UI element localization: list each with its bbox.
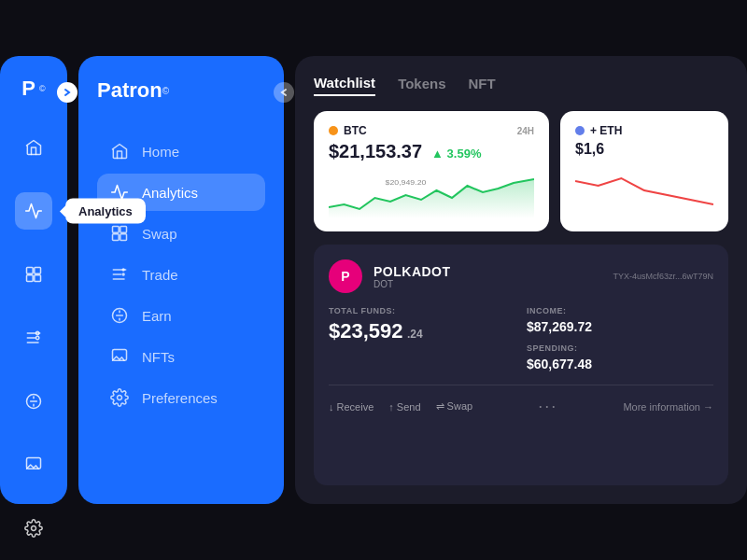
sidebar-item-earn[interactable]: Earn bbox=[97, 297, 265, 334]
btc-name-label: BTC bbox=[344, 124, 367, 137]
eth-card-header: + ETH bbox=[575, 124, 713, 137]
portfolio-card: P POLKADOT DOT TYX-4usMcf63zr...6wT79N T… bbox=[314, 245, 728, 485]
sidebar-expanded: Patron © Home Analytics Swap bbox=[78, 56, 284, 504]
sidebar-item-trade-collapsed[interactable] bbox=[15, 319, 52, 357]
sidebar-collapsed: P © Analytics bbox=[0, 56, 67, 504]
eth-mini-chart bbox=[575, 167, 713, 214]
svg-rect-13 bbox=[120, 227, 127, 233]
svg-rect-15 bbox=[120, 234, 127, 241]
expanded-logo: Patron © bbox=[97, 78, 265, 103]
svg-point-19 bbox=[122, 268, 125, 271]
svg-rect-3 bbox=[35, 275, 41, 282]
svg-rect-1 bbox=[35, 268, 41, 274]
sidebar-item-nfts[interactable]: NFTs bbox=[97, 338, 265, 375]
sidebar-item-analytics-label: Analytics bbox=[142, 185, 198, 201]
svg-text:$20,949.20: $20,949.20 bbox=[386, 177, 427, 187]
collapsed-nav: Analytics bbox=[15, 129, 52, 547]
sidebar-item-earn-collapsed[interactable] bbox=[15, 383, 52, 420]
income-spending-section: INCOME: $87,269.72 SPENDING: $60,677.48 bbox=[527, 306, 713, 371]
more-options-button[interactable]: ··· bbox=[538, 397, 557, 416]
total-funds-cents: .24 bbox=[407, 328, 423, 341]
btc-coin-name: BTC bbox=[329, 124, 367, 137]
svg-point-23 bbox=[118, 396, 122, 400]
expanded-logo-sup: © bbox=[162, 86, 169, 96]
eth-card[interactable]: + ETH $1,6 bbox=[560, 111, 728, 231]
main-tabs: Watchlist Tokens NFT bbox=[314, 75, 728, 96]
sidebar-item-nfts-collapsed[interactable] bbox=[15, 446, 52, 483]
tab-watchlist[interactable]: Watchlist bbox=[314, 75, 375, 96]
spending-label: SPENDING: bbox=[527, 343, 713, 353]
sidebar-item-trade-label: Trade bbox=[142, 267, 178, 283]
btc-period: 24H bbox=[517, 126, 534, 136]
swap-button[interactable]: ⇌ Swap bbox=[436, 400, 473, 413]
btc-price: $21,153.37 bbox=[329, 141, 422, 162]
spending-section: SPENDING: $60,677.48 bbox=[527, 343, 713, 371]
sidebar-item-swap-label: Swap bbox=[142, 226, 177, 242]
receive-button[interactable]: ↓ Receive bbox=[329, 401, 374, 413]
sidebar-item-swap[interactable]: Swap bbox=[97, 215, 265, 252]
sidebar-item-analytics[interactable]: Analytics bbox=[97, 174, 265, 211]
collapsed-logo-text: P bbox=[21, 78, 35, 99]
svg-point-8 bbox=[36, 336, 39, 339]
expanded-nav: Home Analytics Swap Trade Earn bbox=[97, 133, 265, 482]
polkadot-name: POLKADOT bbox=[374, 264, 451, 279]
eth-name-label: + ETH bbox=[590, 124, 622, 137]
btc-card-header: BTC 24H bbox=[329, 124, 534, 137]
btc-mini-chart: $20,949.20 bbox=[329, 172, 534, 218]
sidebar-item-earn-label: Earn bbox=[142, 308, 172, 324]
sidebar-item-swap-collapsed[interactable] bbox=[15, 256, 52, 293]
collapsed-logo-sup: © bbox=[39, 84, 46, 93]
sidebar-item-analytics-collapsed[interactable]: Analytics bbox=[15, 192, 52, 230]
btc-dot-icon bbox=[329, 126, 338, 135]
send-button[interactable]: ↑ Send bbox=[388, 401, 420, 413]
income-label: INCOME: bbox=[527, 306, 713, 315]
sidebar-item-home-collapsed[interactable] bbox=[15, 129, 52, 166]
polkadot-avatar: P bbox=[329, 259, 362, 293]
svg-rect-12 bbox=[113, 227, 120, 233]
portfolio-tx-id: TYX-4usMcf63zr...6wT79N bbox=[613, 272, 713, 281]
income-section: INCOME: $87,269.72 bbox=[527, 306, 713, 334]
tab-tokens[interactable]: Tokens bbox=[398, 76, 445, 95]
sidebar-item-trade[interactable]: Trade bbox=[97, 256, 265, 293]
svg-point-20 bbox=[122, 273, 125, 275]
sidebar-item-preferences-label: Preferences bbox=[142, 390, 218, 406]
btc-change: ▲ 3.59% bbox=[431, 147, 481, 161]
portfolio-header: P POLKADOT DOT TYX-4usMcf63zr...6wT79N bbox=[329, 259, 713, 293]
more-information-link[interactable]: More information → bbox=[623, 401, 713, 413]
svg-rect-0 bbox=[27, 268, 34, 274]
expand-sidebar-button[interactable] bbox=[57, 82, 78, 103]
sidebar-item-home-label: Home bbox=[142, 144, 179, 160]
collapsed-logo: P © bbox=[21, 78, 45, 99]
portfolio-metrics: TOTAL FUNDS: $23,592 .24 INCOME: $87,269… bbox=[329, 306, 713, 371]
eth-coin-name: + ETH bbox=[575, 124, 622, 137]
sidebar-item-nfts-label: NFTs bbox=[142, 349, 175, 365]
total-funds-label: TOTAL FUNDS: bbox=[329, 306, 515, 315]
sidebar-item-home[interactable]: Home bbox=[97, 133, 265, 170]
spending-value: $60,677.48 bbox=[527, 357, 713, 371]
expanded-logo-text: Patron bbox=[97, 78, 162, 103]
income-value: $87,269.72 bbox=[527, 319, 713, 334]
btc-card[interactable]: BTC 24H $21,153.37 ▲ 3.59% bbox=[314, 111, 549, 231]
total-funds-value: $23,592 .24 bbox=[329, 319, 515, 343]
total-funds-main: $23,592 bbox=[329, 319, 403, 343]
collapse-sidebar-button[interactable] bbox=[274, 82, 294, 103]
svg-point-11 bbox=[32, 526, 36, 531]
polkadot-info: POLKADOT DOT bbox=[374, 264, 451, 289]
portfolio-actions: ↓ Receive ↑ Send ⇌ Swap ··· More informa… bbox=[329, 385, 713, 416]
eth-price: $1,6 bbox=[575, 141, 604, 158]
sidebar-item-preferences[interactable]: Preferences bbox=[97, 379, 265, 416]
svg-rect-14 bbox=[113, 234, 120, 241]
main-content: Watchlist Tokens NFT BTC 24H $21,153.37 … bbox=[295, 56, 747, 504]
polkadot-ticker: DOT bbox=[374, 279, 451, 289]
tab-nft[interactable]: NFT bbox=[469, 76, 496, 95]
total-funds-section: TOTAL FUNDS: $23,592 .24 bbox=[329, 306, 515, 371]
eth-dot-icon bbox=[575, 126, 585, 135]
sidebar-item-preferences-collapsed[interactable] bbox=[15, 510, 52, 547]
svg-rect-2 bbox=[27, 275, 34, 282]
watchlist-cards: BTC 24H $21,153.37 ▲ 3.59% bbox=[314, 111, 728, 231]
